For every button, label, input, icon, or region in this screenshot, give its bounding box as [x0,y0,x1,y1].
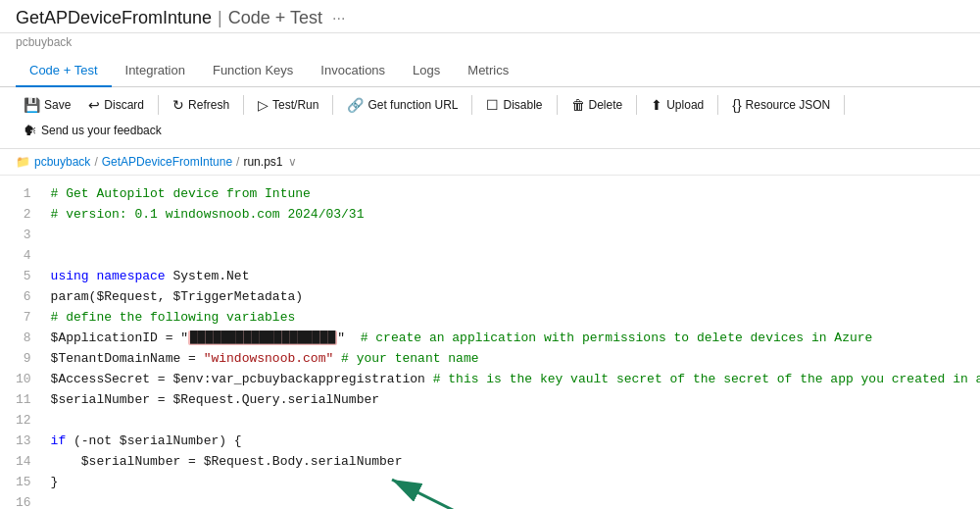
play-icon: ▷ [258,97,269,113]
save-button[interactable]: 💾 Save [16,93,78,117]
toolbar-sep-8 [844,95,845,115]
get-function-url-button[interactable]: 🔗 Get function URL [339,93,466,117]
tab-integration[interactable]: Integration [112,55,199,87]
code-line-2: # version: 0.1 windowsnoob.com 2024/03/3… [51,204,972,225]
tab-code-test[interactable]: Code + Test [16,55,112,87]
breadcrumb-sep1: / [94,155,97,169]
disable-icon: ☐ [486,97,499,113]
delete-button[interactable]: 🗑 Delete [564,93,631,117]
code-line-1: # Get Autopilot device from Intune [51,183,972,204]
code-line-14: $serialNumber = $Request.Body.serialNumb… [51,451,972,472]
tabs-bar: Code + Test Integration Function Keys In… [0,55,980,87]
code-line-6: param($Request, $TriggerMetadata) [51,286,972,307]
code-lines: # Get Autopilot device from Intune # ver… [43,183,980,509]
title-bar: GetAPDeviceFromIntune | Code + Test ··· [0,0,980,33]
title-separator: | [218,8,222,28]
link-icon: 🔗 [347,97,364,113]
toolbar-sep-2 [243,95,244,115]
upload-icon: ⬆ [651,97,662,113]
tab-logs[interactable]: Logs [399,55,454,87]
code-line-12 [51,410,972,431]
tab-invocations[interactable]: Invocations [307,55,399,87]
breadcrumb-sep2: / [236,155,239,169]
breadcrumb-folder-icon: 📁 [16,155,30,169]
toolbar-sep-4 [471,95,472,115]
code-line-8: $ApplicationID = "███████████████████" #… [51,328,972,348]
delete-icon: 🗑 [571,97,585,113]
disable-button[interactable]: ☐ Disable [478,93,550,117]
code-line-15: } [51,472,972,492]
refresh-icon: ↻ [172,97,184,113]
code-line-5: using namespace System.Net [51,266,972,286]
breadcrumb-part1[interactable]: pcbuyback [34,155,90,169]
toolbar: 💾 Save ↩ Discard ↻ Refresh ▷ Test/Run 🔗 … [0,87,980,149]
feedback-icon: 🗣 [24,123,37,138]
code-line-9: $TenantDomainName = "windowsnoob.com" # … [51,348,972,369]
toolbar-sep-6 [636,95,637,115]
json-icon: {} [732,97,741,113]
breadcrumb-part3: run.ps1 [243,155,282,169]
discard-button[interactable]: ↩ Discard [80,93,152,117]
resource-json-button[interactable]: {} Resource JSON [724,93,838,117]
toolbar-sep-1 [158,95,159,115]
code-area[interactable]: 12345 678910 1112131415 16171819 # Get A… [0,176,980,509]
app-title: GetAPDeviceFromIntune [16,8,212,28]
toolbar-sep-5 [557,95,558,115]
breadcrumb-part2[interactable]: GetAPDeviceFromIntune [102,155,232,169]
tab-metrics[interactable]: Metrics [454,55,522,87]
code-line-4 [51,245,972,266]
toolbar-sep-7 [717,95,718,115]
breadcrumb-dropdown[interactable]: ∨ [288,155,297,169]
toolbar-sep-3 [332,95,333,115]
feedback-button[interactable]: 🗣 Send us your feedback [16,119,170,142]
code-line-3 [51,225,972,245]
tab-function-keys[interactable]: Function Keys [199,55,307,87]
discard-icon: ↩ [88,97,100,113]
code-line-16 [51,492,972,509]
code-line-13: if (-not $serialNumber) { [51,431,972,451]
code-line-7: # define the following variables [51,307,972,328]
app-subtitle: Code + Test [228,8,322,28]
title-ellipsis[interactable]: ··· [332,10,345,27]
save-icon: 💾 [24,97,40,113]
code-line-11: $serialNumber = $Request.Query.serialNum… [51,389,972,410]
file-breadcrumb: 📁 pcbuyback / GetAPDeviceFromIntune / ru… [0,149,980,176]
refresh-button[interactable]: ↻ Refresh [165,93,237,117]
line-numbers: 12345 678910 1112131415 16171819 [0,183,43,509]
breadcrumb-top: pcbuyback [0,33,980,55]
code-line-10: $AccessSecret = $env:var_pcbuybackappreg… [51,369,972,389]
upload-button[interactable]: ⬆ Upload [643,93,711,117]
test-run-button[interactable]: ▷ Test/Run [250,93,326,117]
code-editor: 12345 678910 1112131415 16171819 # Get A… [0,176,980,509]
